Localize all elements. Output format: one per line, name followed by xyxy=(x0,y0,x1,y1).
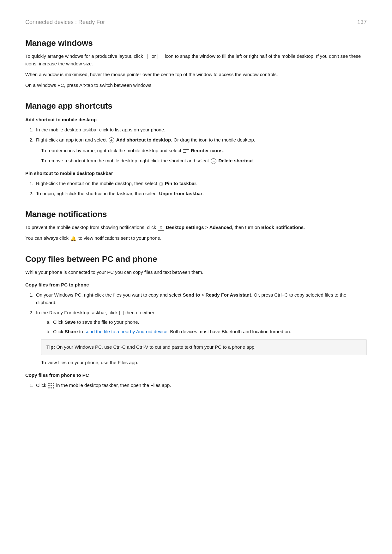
add-shortcut-list: In the mobile desktop taskbar click to l… xyxy=(35,126,367,144)
view-files-text: To view files on your phone, use the Fil… xyxy=(41,359,367,366)
section-manage-notifications: Manage notifications To prevent the mobi… xyxy=(25,209,367,242)
list-item: Right-click the shortcut on the mobile d… xyxy=(35,180,367,187)
bold-advanced: Advanced xyxy=(209,225,232,230)
page-number: 137 xyxy=(357,19,367,26)
section-title-manage-notifications: Manage notifications xyxy=(25,209,367,219)
bold-desktop-settings: Desktop settings xyxy=(166,225,204,230)
bold-pin-taskbar: Pin to taskbar xyxy=(165,181,196,186)
list-item: In the Ready For desktop taskbar, click … xyxy=(35,309,367,335)
list-item: In the mobile desktop taskbar click to l… xyxy=(35,126,367,134)
copy-pc-to-phone-list: On your Windows PC, right-click the file… xyxy=(35,291,367,335)
reorder-icons-text: To reorder icons by name, right-click th… xyxy=(41,147,367,154)
section-manage-app-shortcuts: Manage app shortcuts Add shortcut to mob… xyxy=(25,101,367,197)
section-copy-files: Copy files between PC and phone While yo… xyxy=(25,254,367,389)
icon-plus-circle: + xyxy=(109,137,114,143)
manage-windows-para-3: On a Windows PC, press Alt-tab to switch… xyxy=(25,81,367,89)
icon-lines-reorder xyxy=(183,149,189,153)
icon-half-window xyxy=(158,54,163,59)
subsection-title-pin-shortcut: Pin shortcut to mobile desktop taskbar xyxy=(25,170,367,177)
section-manage-windows: Manage windows To quickly arrange window… xyxy=(25,38,367,89)
icon-small-square xyxy=(119,311,124,315)
manage-windows-para-1: To quickly arrange windows for a product… xyxy=(25,52,367,68)
section-title-manage-app-shortcuts: Manage app shortcuts xyxy=(25,101,367,111)
link-send-file[interactable]: send the file to a nearby Android device xyxy=(84,329,167,334)
list-item: Click Save to save the file to your phon… xyxy=(52,318,367,326)
icon-bell: 🔔 xyxy=(70,235,76,242)
list-item: To unpin, right-click the shortcut in th… xyxy=(35,190,367,197)
list-item: Click in the mobile desktop taskbar, the… xyxy=(35,382,367,389)
section-title-manage-windows: Manage windows xyxy=(25,38,367,48)
delete-shortcut-text: To remove a shortcut from the mobile des… xyxy=(41,157,367,165)
icon-dots-grid xyxy=(48,383,54,389)
page-header: Connected devices : Ready For 137 xyxy=(25,19,367,26)
subsection-copy-phone-to-pc: Copy files from phone to PC Click in the… xyxy=(25,371,367,389)
subsection-title-copy-phone-to-pc: Copy files from phone to PC xyxy=(25,371,367,379)
list-item: Click Share to send the file to a nearby… xyxy=(52,328,367,335)
icon-split-window xyxy=(145,54,150,59)
icon-minus-circle: − xyxy=(211,158,216,164)
subsection-title-copy-pc-to-phone: Copy files from PC to phone xyxy=(25,281,367,289)
bold-delete-shortcut: Delete shortcut xyxy=(218,158,253,163)
icon-pin: ⊞ xyxy=(159,180,163,187)
pin-shortcut-list: Right-click the shortcut on the mobile d… xyxy=(35,180,367,197)
subsection-title-add-shortcut: Add shortcut to mobile desktop xyxy=(25,116,367,123)
manage-notifications-para-1: To prevent the mobile desktop from showi… xyxy=(25,224,367,231)
section-title-copy-files: Copy files between PC and phone xyxy=(25,254,367,264)
icon-gear-square: ⚙ xyxy=(158,225,164,231)
list-item: Right-click an app icon and select + Add… xyxy=(35,136,367,144)
alpha-list-copy: Click Save to save the file to your phon… xyxy=(52,318,367,335)
bold-save: Save xyxy=(65,319,76,325)
bold-send-to: Send to xyxy=(183,292,200,298)
copy-phone-to-pc-list: Click in the mobile desktop taskbar, the… xyxy=(35,382,367,389)
bold-block-notifications: Block notifications xyxy=(261,225,304,230)
bold-share: Share xyxy=(65,329,78,334)
page-header-title: Connected devices : Ready For xyxy=(25,19,105,26)
tip-label: Tip: xyxy=(46,344,55,350)
manage-windows-para-2: When a window is maximised, hover the mo… xyxy=(25,71,367,78)
manage-notifications-para-2: You can always click 🔔 to view notificat… xyxy=(25,234,367,242)
bold-add-shortcut: Add shortcut to desktop xyxy=(116,137,171,142)
subsection-pin-shortcut: Pin shortcut to mobile desktop taskbar R… xyxy=(25,170,367,197)
bold-unpin-taskbar: Unpin from taskbar xyxy=(159,191,202,196)
bold-ready-for-assistant: Ready For Assistant xyxy=(205,292,251,298)
list-item: On your Windows PC, right-click the file… xyxy=(35,291,367,306)
copy-files-intro: While your phone is connected to your PC… xyxy=(25,268,367,276)
tip-box: Tip: On your Windows PC, use Ctrl-C and … xyxy=(41,339,367,355)
bold-reorder-icons: Reorder icons xyxy=(191,148,223,153)
subsection-add-shortcut: Add shortcut to mobile desktop In the mo… xyxy=(25,116,367,165)
subsection-copy-pc-to-phone: Copy files from PC to phone On your Wind… xyxy=(25,281,367,366)
